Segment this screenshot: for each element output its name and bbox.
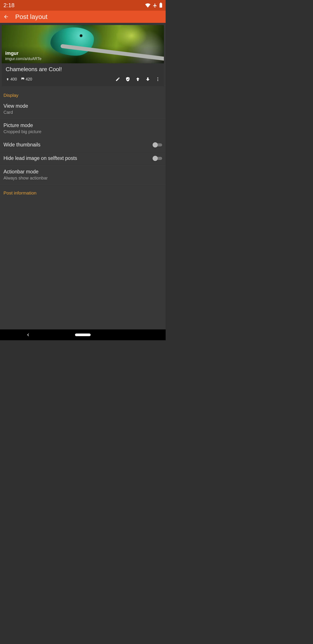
- airplane-icon: [153, 3, 157, 8]
- post-action-bar: 400 420: [2, 74, 164, 86]
- post-preview-card[interactable]: imgur imgur.com/a/duARTe Chameleons are …: [2, 25, 164, 86]
- svg-point-2: [157, 80, 158, 81]
- shield-check-icon: [125, 76, 130, 82]
- setting-title: Wide thumbnails: [3, 142, 149, 148]
- setting-value: Card: [3, 110, 162, 115]
- setting-value: Always show actionbar: [3, 176, 162, 180]
- nav-back-button[interactable]: [26, 333, 30, 337]
- setting-hide-lead-image[interactable]: Hide lead image on selftext posts: [0, 152, 166, 165]
- setting-value: Cropped big picture: [3, 129, 162, 134]
- more-button[interactable]: [153, 75, 162, 84]
- arrow-up-icon: [135, 76, 140, 82]
- svg-point-0: [157, 78, 158, 78]
- pencil-icon: [115, 77, 120, 82]
- setting-actionbar-mode[interactable]: Actionbar mode Always show actionbar: [0, 165, 166, 185]
- toggle-wide-thumbnails[interactable]: [153, 142, 162, 148]
- nav-home-pill[interactable]: [75, 334, 91, 336]
- toggle-hide-lead-image[interactable]: [153, 156, 162, 161]
- setting-picture-mode[interactable]: Picture mode Cropped big picture: [0, 119, 166, 138]
- content-area: imgur imgur.com/a/duARTe Chameleons are …: [0, 23, 166, 330]
- app-bar: Post layout: [0, 11, 166, 23]
- comments-icon: [21, 77, 25, 81]
- arrow-down-icon: [145, 76, 150, 82]
- post-title: Chameleons are Cool!: [2, 63, 164, 74]
- setting-wide-thumbnails[interactable]: Wide thumbnails: [0, 138, 166, 152]
- upvote-count: 400: [6, 77, 17, 82]
- post-source-url: imgur.com/a/duARTe: [5, 56, 160, 61]
- chevron-left-icon: [26, 333, 30, 337]
- comment-count: 420: [21, 77, 32, 82]
- page-title: Post layout: [15, 13, 47, 20]
- section-header-display: Display: [0, 91, 166, 100]
- setting-title: View mode: [3, 103, 162, 109]
- edit-button[interactable]: [113, 75, 122, 84]
- battery-icon: [160, 3, 162, 8]
- more-vert-icon: [155, 77, 160, 82]
- status-time: 2:18: [3, 2, 14, 9]
- wifi-icon: [145, 3, 150, 8]
- setting-title: Actionbar mode: [3, 169, 162, 175]
- setting-title: Picture mode: [3, 122, 162, 128]
- setting-view-mode[interactable]: View mode Card: [0, 100, 166, 119]
- setting-title: Hide lead image on selftext posts: [3, 155, 149, 161]
- post-preview-image[interactable]: imgur imgur.com/a/duARTe: [2, 25, 164, 63]
- arrow-up-small-icon: [6, 77, 9, 81]
- arrow-back-icon: [3, 14, 9, 20]
- back-button[interactable]: [2, 12, 10, 21]
- post-source-name: imgur: [5, 50, 160, 56]
- downvote-button[interactable]: [143, 75, 152, 84]
- system-nav-bar: [0, 330, 166, 340]
- section-header-post-information: Post information: [0, 189, 166, 197]
- status-bar: 2:18: [0, 0, 166, 11]
- settings-list: Display View mode Card Picture mode Crop…: [0, 91, 166, 197]
- mod-shield-button[interactable]: [123, 75, 132, 84]
- upvote-button[interactable]: [133, 75, 142, 84]
- svg-point-1: [157, 79, 158, 80]
